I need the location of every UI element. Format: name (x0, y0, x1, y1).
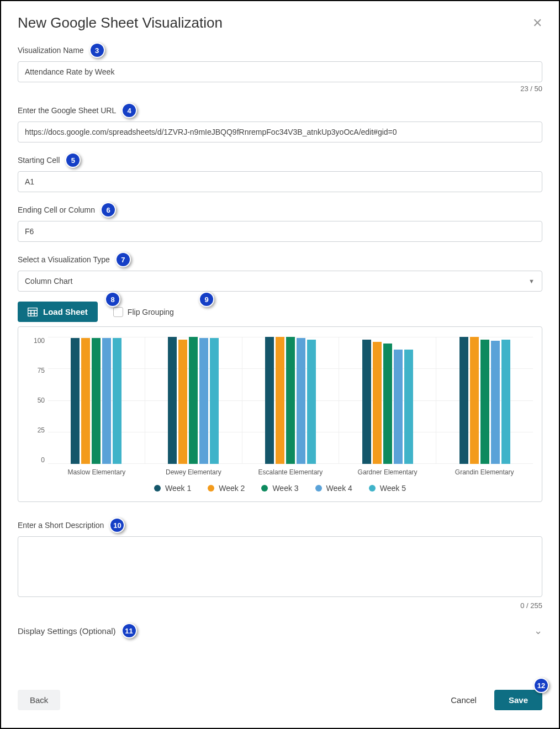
chart-bar (480, 340, 489, 464)
badge-10: 10 (109, 517, 125, 533)
back-button[interactable]: Back (18, 690, 60, 710)
x-label: Gardner Elementary (339, 468, 436, 476)
chart-group (242, 337, 339, 464)
legend-item: Week 4 (315, 484, 352, 493)
legend-swatch (315, 485, 322, 492)
badge-4: 4 (121, 103, 137, 118)
vis-name-char-count: 23 / 50 (18, 84, 542, 93)
chart-bar (404, 350, 413, 464)
chart-bar (199, 338, 208, 464)
load-sheet-label: Load Sheet (43, 307, 88, 316)
x-label: Escalante Elementary (242, 468, 339, 476)
page-title: New Google Sheet Visualization (18, 14, 223, 31)
legend-swatch (369, 485, 376, 492)
badge-12: 12 (533, 678, 549, 693)
legend-item: Week 2 (208, 484, 245, 493)
legend-label: Week 5 (380, 484, 406, 493)
chart-bar (373, 342, 382, 464)
badge-9: 9 (199, 292, 214, 307)
flip-grouping-checkbox[interactable] (113, 307, 123, 317)
badge-5: 5 (65, 152, 81, 168)
chart-group (436, 337, 533, 464)
legend-swatch (261, 485, 268, 492)
legend-label: Week 1 (165, 484, 191, 493)
desc-label: Enter a Short Description (18, 521, 104, 530)
legend-item: Week 1 (154, 484, 191, 493)
chart-bar (307, 340, 316, 464)
chart-bar (178, 340, 187, 464)
chart-bar (102, 338, 111, 464)
chevron-down-icon: ⌄ (534, 625, 542, 637)
end-cell-input[interactable] (18, 221, 542, 242)
chart-bar (81, 338, 90, 464)
svg-rect-0 (28, 308, 38, 316)
viz-type-select[interactable]: Column Chart (18, 271, 542, 292)
chart-bar (394, 350, 403, 464)
badge-7: 7 (115, 252, 131, 267)
chart-bar (113, 338, 121, 464)
chart-group (145, 337, 242, 464)
badge-6: 6 (101, 202, 116, 218)
vis-name-input[interactable] (18, 61, 542, 82)
vis-name-label: Visualization Name (18, 46, 84, 55)
chart-bar (71, 338, 80, 464)
y-tick: 50 (38, 397, 45, 404)
url-input[interactable] (18, 122, 542, 142)
cancel-button[interactable]: Cancel (439, 690, 489, 710)
sheet-icon (28, 308, 38, 316)
y-tick: 100 (34, 337, 45, 345)
chart-bar (383, 344, 392, 464)
legend-item: Week 5 (369, 484, 406, 493)
chart-bar (276, 337, 284, 464)
chart-bar (470, 337, 479, 464)
chart-bar (265, 337, 274, 464)
chart-bar (362, 340, 371, 464)
legend-label: Week 4 (326, 484, 352, 493)
desc-char-count: 0 / 255 (18, 601, 542, 610)
close-icon[interactable]: ✕ (532, 16, 542, 30)
load-sheet-button[interactable]: Load Sheet (18, 302, 98, 322)
badge-8: 8 (105, 292, 120, 307)
chart-bar (210, 338, 219, 464)
chart-group (48, 337, 145, 464)
display-settings-label: Display Settings (Optional) (18, 626, 116, 636)
url-label: Enter the Google Sheet URL (18, 106, 116, 115)
x-label: Maslow Elementary (48, 468, 145, 476)
legend-label: Week 2 (219, 484, 245, 493)
chart-bar (297, 338, 305, 464)
legend-swatch (154, 485, 161, 492)
start-cell-label: Starting Cell (18, 156, 60, 165)
legend-label: Week 3 (272, 484, 298, 493)
end-cell-label: Ending Cell or Column (18, 205, 95, 214)
flip-grouping-label: Flip Grouping (128, 308, 174, 316)
chart-group (339, 337, 436, 464)
chart-bar (501, 340, 510, 464)
chart-bar (92, 338, 101, 464)
chart-bar (459, 337, 468, 464)
save-button[interactable]: Save (494, 690, 542, 710)
y-tick: 25 (38, 426, 45, 434)
chart-bar (286, 337, 295, 464)
start-cell-input[interactable] (18, 171, 542, 192)
x-label: Grandin Elementary (436, 468, 533, 476)
badge-3: 3 (89, 43, 105, 58)
chart-bar (189, 337, 198, 464)
y-tick: 0 (41, 456, 45, 464)
y-tick: 75 (38, 367, 45, 374)
badge-11: 11 (121, 623, 137, 638)
legend-item: Week 3 (261, 484, 298, 493)
viz-type-label: Select a Visualization Type (18, 255, 110, 264)
legend-swatch (208, 485, 214, 492)
chart-bar (168, 337, 177, 464)
display-settings-toggle[interactable]: Display Settings (Optional) 11 ⌄ (18, 620, 542, 642)
x-label: Dewey Elementary (145, 468, 242, 476)
chart-bar (491, 341, 500, 464)
chart-preview: 1007550250 Maslow ElementaryDewey Elemen… (18, 326, 542, 502)
desc-textarea[interactable] (18, 536, 542, 597)
